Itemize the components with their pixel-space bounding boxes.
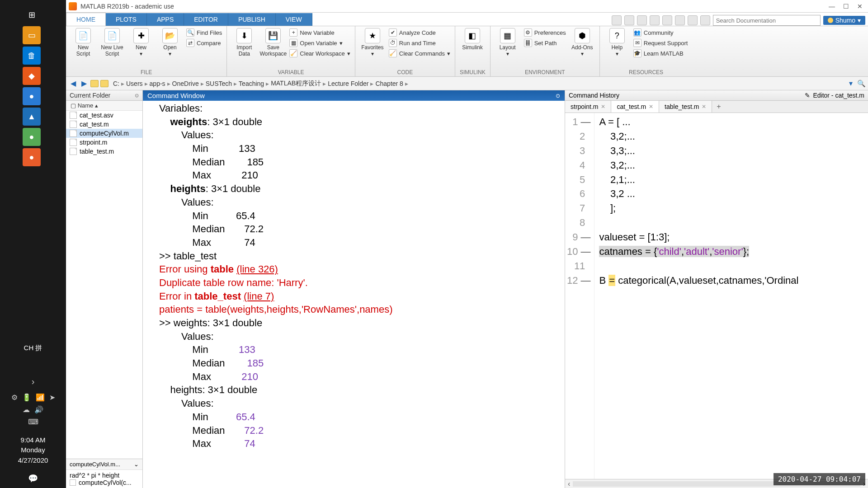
app-icon-5[interactable]: ● <box>23 128 41 146</box>
app-icon-4[interactable]: ▲ <box>23 108 41 126</box>
compare-button[interactable]: ⇄Compare <box>186 38 222 47</box>
set-path-button[interactable]: 🛤Set Path <box>524 38 566 47</box>
location-icon[interactable]: ➤ <box>49 393 55 402</box>
new-variable-button[interactable]: +New Variable <box>289 28 350 37</box>
crumb-segment[interactable]: app-s <box>150 80 165 87</box>
clear-workspace-button[interactable]: 🧹Clear Workspace ▾ <box>289 49 350 58</box>
wifi-icon[interactable]: 📶 <box>36 393 45 402</box>
file-item[interactable]: strpoint.m <box>66 138 142 147</box>
path-search-icon[interactable]: 🔍 <box>857 80 865 88</box>
command-window-title[interactable]: Command Window⊙ <box>143 90 565 101</box>
app-icon-2[interactable]: 🗑 <box>23 47 41 65</box>
help-quick-icon[interactable] <box>688 15 698 25</box>
cloud-icon[interactable]: ☁ <box>23 405 30 414</box>
command-history-title[interactable]: Command History ✎ Editor - cat_test.m <box>565 90 868 101</box>
tab-publish[interactable]: PUBLISH <box>228 13 276 26</box>
keyboard-icon[interactable]: ⌨ <box>28 418 38 426</box>
editor-tab[interactable]: cat_test.m✕ <box>611 101 659 113</box>
new-button[interactable]: ✚New▾ <box>128 28 154 57</box>
copy-icon[interactable] <box>637 15 647 25</box>
up-folder-icon[interactable] <box>100 80 108 87</box>
redo-icon[interactable] <box>675 15 685 25</box>
new-live-script-button[interactable]: 📄New Live Script <box>99 28 125 57</box>
crumb-segment[interactable]: Teaching <box>239 80 264 87</box>
crumb-segment[interactable]: SUSTech <box>206 80 232 87</box>
tray-icon[interactable]: ⚙ <box>11 393 18 402</box>
file-item[interactable]: cat_test.m <box>66 120 142 129</box>
editor-tab[interactable]: table_test.m✕ <box>659 101 712 113</box>
detail-menu-icon[interactable]: ⌄ <box>134 461 139 468</box>
close-button[interactable]: ✕ <box>857 3 863 10</box>
folder-icon[interactable] <box>90 80 99 87</box>
learn-matlab-button[interactable]: 🎓Learn MATLAB <box>633 49 688 58</box>
close-tab-icon[interactable]: ✕ <box>649 103 653 110</box>
back-button[interactable]: ◀ <box>69 79 78 88</box>
favorites-button[interactable]: ★Favorites▾ <box>360 28 385 57</box>
save-workspace-button[interactable]: 💾Save Workspace <box>260 28 286 57</box>
maximize-button[interactable]: ☐ <box>843 3 849 10</box>
tab-plots[interactable]: PLOTS <box>106 13 147 26</box>
save-quick-icon[interactable] <box>612 15 622 25</box>
app-icon-3[interactable]: ● <box>23 87 41 105</box>
editor-tab[interactable]: strpoint.m✕ <box>565 101 611 113</box>
layout-button[interactable]: ▦Layout▾ <box>495 28 520 57</box>
matlab-icon[interactable]: ◆ <box>23 67 41 85</box>
ime-indicator[interactable]: CH 拼 <box>0 344 66 352</box>
crumb-segment[interactable]: OneDrive <box>172 80 199 87</box>
app-icon-1[interactable]: ▭ <box>23 26 41 44</box>
pane-menu-icon[interactable]: ⊙ <box>135 93 139 99</box>
analyze-code-button[interactable]: ✔Analyze Code <box>389 28 450 37</box>
open-button[interactable]: 📂Open▾ <box>157 28 183 57</box>
crumb-segment[interactable]: MATLAB程序设计 <box>271 80 321 88</box>
clock[interactable]: 9:04 AM Monday 4/27/2020 <box>0 435 66 466</box>
tab-editor[interactable]: EDITOR <box>184 13 228 26</box>
file-item[interactable]: cat_test.asv <box>66 111 142 120</box>
community-button[interactable]: 👥Community <box>633 28 688 37</box>
close-tab-icon[interactable]: ✕ <box>601 103 605 110</box>
start-icon[interactable]: ⊞ <box>23 6 41 24</box>
new-tab-button[interactable]: + <box>712 101 725 113</box>
expand-icon[interactable]: › <box>0 376 66 387</box>
tab-view[interactable]: VIEW <box>276 13 312 26</box>
open-variable-button[interactable]: ▦Open Variable ▾ <box>289 38 350 47</box>
run-and-time-button[interactable]: ⏱Run and Time <box>389 38 450 47</box>
import-data-button[interactable]: ⬇Import Data <box>231 28 257 57</box>
path-dropdown-icon[interactable]: ▾ <box>846 79 855 88</box>
help-button[interactable]: ?Help▾ <box>604 28 630 57</box>
tab-apps[interactable]: APPS <box>147 13 184 26</box>
user-chip[interactable]: Shumo ▾ <box>823 16 865 25</box>
file-item[interactable]: computeCylVol.m <box>66 129 142 138</box>
close-tab-icon[interactable]: ✕ <box>702 103 706 110</box>
detail-function[interactable]: computeCylVol(c... <box>70 479 139 486</box>
request-support-button[interactable]: ✉Request Support <box>633 38 688 47</box>
search-documentation-input[interactable] <box>713 15 821 26</box>
undo-icon[interactable] <box>662 15 672 25</box>
crumb-segment[interactable]: C: <box>113 80 119 87</box>
crumb-segment[interactable]: Lecture Folder <box>328 80 368 87</box>
minimize-button[interactable]: — <box>829 3 835 10</box>
new-script-button[interactable]: 📄New Script <box>71 28 96 57</box>
crumb-segment[interactable]: Users <box>126 80 143 87</box>
command-window-body[interactable]: Variables: weights: 3×1 double Values: M… <box>143 101 565 488</box>
simulink-button[interactable]: ◧Simulink <box>460 28 485 51</box>
app-icon-6[interactable]: ● <box>23 148 41 166</box>
forward-button[interactable]: ▶ <box>80 79 89 88</box>
cut-icon[interactable] <box>624 15 634 25</box>
edit-icon[interactable]: ✎ <box>805 92 810 99</box>
current-folder-title[interactable]: Current Folder⊙ <box>66 90 142 101</box>
addons-button[interactable]: ⬢Add-Ons▾ <box>570 28 595 57</box>
file-item[interactable]: table_test.m <box>66 147 142 156</box>
find-files-button[interactable]: 🔍Find Files <box>186 28 222 37</box>
scroll-left-icon[interactable]: ‹ <box>565 480 573 488</box>
clear-commands-button[interactable]: 🧹Clear Commands ▾ <box>389 49 450 58</box>
preferences-button[interactable]: ⚙Preferences <box>524 28 566 37</box>
editor-body[interactable]: 1—2 3 4 5 6 7 8 9—10—11 12— A = [ ... 3,… <box>565 113 868 479</box>
crumb-segment[interactable]: Chapter 8 <box>375 80 403 87</box>
notifications-icon[interactable]: 💬 <box>0 474 66 483</box>
column-name[interactable]: ▢ Name ▴ <box>66 101 142 111</box>
tab-home[interactable]: HOME <box>66 13 106 26</box>
more-icon[interactable] <box>700 15 710 25</box>
pane-menu-icon[interactable]: ⊙ <box>556 93 560 99</box>
battery-icon[interactable]: 🔋 <box>22 393 31 402</box>
paste-icon[interactable] <box>650 15 660 25</box>
